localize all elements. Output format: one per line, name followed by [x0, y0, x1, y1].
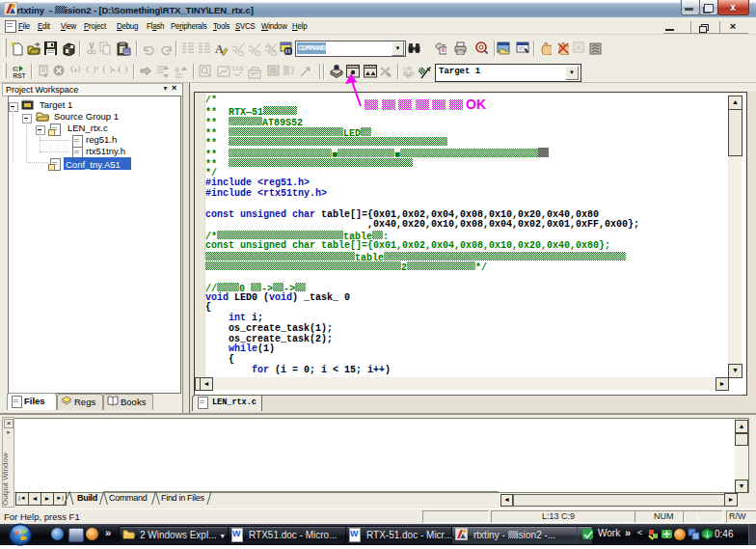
svg-text:RST: RST: [14, 72, 26, 79]
svg-text:CODE: CODE: [232, 66, 244, 71]
svg-text:LIB: LIB: [403, 66, 412, 71]
svg-text:0: 0: [175, 66, 179, 74]
